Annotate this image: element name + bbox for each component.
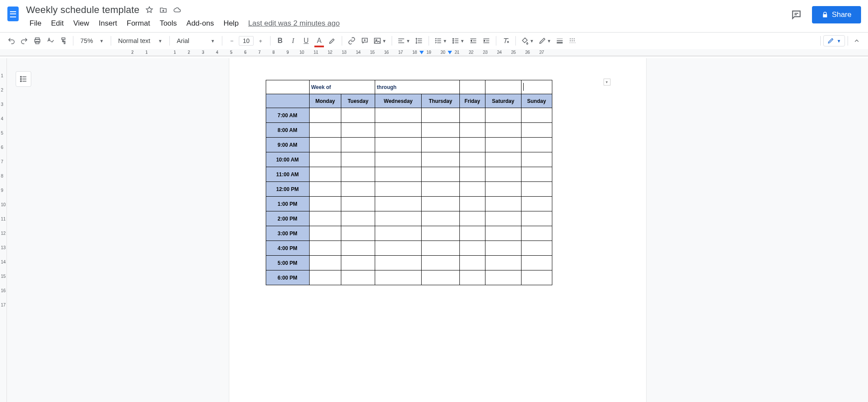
- schedule-cell[interactable]: [485, 270, 521, 285]
- schedule-cell[interactable]: [485, 241, 521, 256]
- cloud-icon[interactable]: [173, 6, 181, 14]
- schedule-cell[interactable]: [521, 270, 552, 285]
- table-row[interactable]: 2:00 PM: [266, 211, 552, 226]
- schedule-cell[interactable]: [341, 211, 375, 226]
- schedule-cell[interactable]: [341, 138, 375, 152]
- cell-blank[interactable]: [266, 80, 309, 94]
- page[interactable]: ▾ Week of through Monday Tuesday: [229, 58, 646, 402]
- day-monday[interactable]: Monday: [309, 94, 341, 108]
- time-label[interactable]: 9:00 AM: [266, 138, 309, 152]
- table-row[interactable]: 5:00 PM: [266, 256, 552, 270]
- menu-file[interactable]: File: [25, 17, 46, 30]
- schedule-cell[interactable]: [459, 226, 485, 241]
- table-row[interactable]: 11:00 AM: [266, 167, 552, 182]
- time-label[interactable]: 12:00 PM: [266, 182, 309, 197]
- day-tuesday[interactable]: Tuesday: [341, 94, 375, 108]
- schedule-cell[interactable]: [485, 167, 521, 182]
- schedule-cell[interactable]: [422, 182, 460, 197]
- schedule-cell[interactable]: [375, 241, 421, 256]
- schedule-cell[interactable]: [422, 270, 460, 285]
- schedule-cell[interactable]: [309, 152, 341, 167]
- line-spacing-button[interactable]: [413, 34, 425, 47]
- insert-comment-button[interactable]: [359, 34, 371, 47]
- schedule-cell[interactable]: [459, 108, 485, 123]
- schedule-cell[interactable]: [521, 182, 552, 197]
- bold-button[interactable]: B: [274, 34, 286, 47]
- paragraph-style-select[interactable]: Normal text▼: [115, 34, 166, 47]
- cell-blank[interactable]: [266, 94, 309, 108]
- schedule-cell[interactable]: [375, 182, 421, 197]
- time-label[interactable]: 1:00 PM: [266, 197, 309, 211]
- schedule-cell[interactable]: [375, 197, 421, 211]
- schedule-cell[interactable]: [485, 226, 521, 241]
- schedule-cell[interactable]: [341, 182, 375, 197]
- editing-mode-button[interactable]: ▼: [823, 35, 845, 46]
- schedule-cell[interactable]: [309, 256, 341, 270]
- schedule-cell[interactable]: [422, 108, 460, 123]
- spellcheck-button[interactable]: [44, 34, 56, 47]
- table-options-handle[interactable]: ▾: [604, 79, 611, 86]
- schedule-cell[interactable]: [459, 256, 485, 270]
- schedule-cell[interactable]: [521, 241, 552, 256]
- table-row[interactable]: 9:00 AM: [266, 138, 552, 152]
- schedule-cell[interactable]: [521, 138, 552, 152]
- schedule-cell[interactable]: [341, 226, 375, 241]
- schedule-cell[interactable]: [375, 226, 421, 241]
- week-header-row[interactable]: Week of through: [266, 80, 552, 94]
- schedule-cell[interactable]: [485, 256, 521, 270]
- schedule-cell[interactable]: [485, 108, 521, 123]
- time-label[interactable]: 11:00 AM: [266, 167, 309, 182]
- time-label[interactable]: 7:00 AM: [266, 108, 309, 123]
- schedule-cell[interactable]: [459, 211, 485, 226]
- schedule-cell[interactable]: [341, 108, 375, 123]
- schedule-cell[interactable]: [341, 197, 375, 211]
- doc-title[interactable]: Weekly schedule template: [26, 4, 139, 16]
- clear-formatting-button[interactable]: [500, 34, 512, 47]
- schedule-cell[interactable]: [485, 197, 521, 211]
- table-row[interactable]: 10:00 AM: [266, 152, 552, 167]
- schedule-cell[interactable]: [485, 182, 521, 197]
- schedule-cell[interactable]: [375, 123, 421, 138]
- fill-color-button[interactable]: ▼: [519, 34, 536, 47]
- schedule-cell[interactable]: [521, 211, 552, 226]
- checklist-button[interactable]: ▼: [432, 34, 449, 47]
- underline-button[interactable]: U: [300, 34, 312, 47]
- schedule-cell[interactable]: [309, 167, 341, 182]
- schedule-cell[interactable]: [521, 123, 552, 138]
- schedule-cell[interactable]: [309, 197, 341, 211]
- schedule-cell[interactable]: [485, 138, 521, 152]
- align-button[interactable]: ▼: [396, 34, 412, 47]
- outline-toggle-button[interactable]: [16, 71, 31, 87]
- schedule-cell[interactable]: [341, 167, 375, 182]
- schedule-cell[interactable]: [341, 123, 375, 138]
- schedule-cell[interactable]: [422, 167, 460, 182]
- schedule-cell[interactable]: [309, 123, 341, 138]
- menu-tools[interactable]: Tools: [155, 17, 182, 30]
- schedule-cell[interactable]: [485, 152, 521, 167]
- schedule-cell[interactable]: [459, 241, 485, 256]
- schedule-cell[interactable]: [422, 256, 460, 270]
- schedule-cell[interactable]: [422, 211, 460, 226]
- table-row[interactable]: 12:00 PM: [266, 182, 552, 197]
- schedule-cell[interactable]: [375, 152, 421, 167]
- schedule-cell[interactable]: [459, 123, 485, 138]
- menu-addons[interactable]: Add-ons: [182, 17, 218, 30]
- table-row[interactable]: 7:00 AM: [266, 108, 552, 123]
- highlight-button[interactable]: [326, 34, 338, 47]
- comments-button[interactable]: [789, 7, 804, 23]
- indent-decrease-button[interactable]: [467, 34, 479, 47]
- star-icon[interactable]: [145, 6, 153, 14]
- font-family-select[interactable]: Arial▼: [173, 34, 218, 47]
- day-sunday[interactable]: Sunday: [521, 94, 552, 108]
- schedule-cell[interactable]: [485, 211, 521, 226]
- bulleted-list-button[interactable]: ▼: [450, 34, 466, 47]
- table-row[interactable]: 6:00 PM: [266, 270, 552, 285]
- schedule-cell[interactable]: [375, 108, 421, 123]
- schedule-cell[interactable]: [459, 138, 485, 152]
- schedule-cell[interactable]: [521, 256, 552, 270]
- schedule-cell[interactable]: [375, 167, 421, 182]
- schedule-cell[interactable]: [422, 241, 460, 256]
- table-row[interactable]: 8:00 AM: [266, 123, 552, 138]
- schedule-cell[interactable]: [341, 152, 375, 167]
- time-label[interactable]: 10:00 AM: [266, 152, 309, 167]
